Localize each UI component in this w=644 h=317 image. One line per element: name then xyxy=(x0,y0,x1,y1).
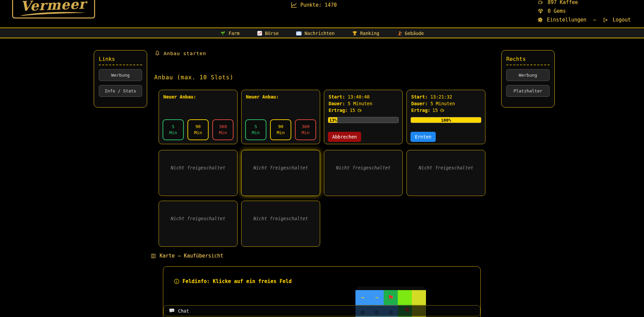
info-stats-button[interactable]: Info / Stats xyxy=(99,85,142,97)
nav-item-farm[interactable]: Farm xyxy=(220,31,240,36)
duration-unit: Min xyxy=(246,130,266,136)
anbau-notice-text: Anbau starten xyxy=(164,51,206,56)
locked-slot-card: Nicht freigeschaltet xyxy=(159,150,238,196)
locked-slot-card: Nicht freigeschaltet xyxy=(324,150,403,196)
duration-unit: Min xyxy=(163,130,183,136)
duration-value: 90 xyxy=(271,124,291,130)
map-tile-flag[interactable]: ⚑ xyxy=(384,290,398,305)
coffee-value: 897 Kaffee xyxy=(548,0,578,5)
gear-icon[interactable] xyxy=(538,17,543,23)
progress-bar: 13% xyxy=(328,117,399,123)
duration-5min-button[interactable]: 5 Min xyxy=(245,119,266,140)
duration-label: Dauer: xyxy=(329,101,345,106)
envelope-icon xyxy=(296,31,302,36)
new-slot-title: Neuer Anbau: xyxy=(163,94,196,100)
info-icon xyxy=(174,279,179,284)
field-info-text: Feldinfo: Klicke auf ein freies Feld xyxy=(182,278,292,284)
logout-link[interactable]: Logout xyxy=(612,17,631,23)
nav-label: Börse xyxy=(265,31,279,36)
chat-bubble-icon xyxy=(169,308,175,314)
nav-label: Nachrichten xyxy=(304,31,334,36)
progress-bar: 100% xyxy=(411,117,481,123)
construction-icon xyxy=(397,31,402,36)
yield-value: 15 xyxy=(350,107,355,114)
nav-item-ranking[interactable]: Ranking xyxy=(352,31,379,36)
duration-360min-button[interactable]: 360 Min xyxy=(295,119,316,140)
coffee-icon xyxy=(538,0,544,5)
new-slot-title: Neuer Anbau: xyxy=(246,94,279,100)
logout-icon[interactable] xyxy=(603,17,608,23)
duration-90min-button[interactable]: 90 Min xyxy=(187,119,209,140)
duration-value: 360 xyxy=(296,124,315,130)
main-nav: Farm Börse Nachrichten Ranking Gebäu xyxy=(0,29,644,38)
platzhalter-button[interactable]: Platzhalter xyxy=(506,85,550,97)
map-icon xyxy=(151,253,156,259)
start-label: Start: xyxy=(329,94,345,100)
duration-value: 360 xyxy=(213,124,233,130)
coffee-icon xyxy=(357,108,362,113)
duration-value: 90 xyxy=(188,124,208,130)
werbung-button-left[interactable]: Werbung xyxy=(99,69,142,81)
duration-label: Dauer: xyxy=(411,101,428,106)
active-slot-card: Start: 13:21:32 Dauer: 5 Minuten Ertrag:… xyxy=(406,90,485,144)
duration-unit: Min xyxy=(271,130,291,136)
sidebar-right: Rechts Werbung Platzhalter xyxy=(501,50,555,108)
duration-5min-button[interactable]: 5 Min xyxy=(163,119,184,140)
field-info: Feldinfo: Klicke auf ein freies Feld xyxy=(174,278,292,284)
line-chart-icon xyxy=(291,2,297,8)
duration-unit: Min xyxy=(296,130,315,136)
new-slot-card: Neuer Anbau: 5 Min 90 Min 360 Min xyxy=(159,90,238,144)
coffee-stat: 897 Kaffee xyxy=(538,0,631,7)
nav-item-boerse[interactable]: Börse xyxy=(257,31,279,36)
header: Vermeer Punkte: 1470 897 Kaffee 0 Gems xyxy=(0,0,644,28)
locked-slot-card: Nicht freigeschaltet xyxy=(406,150,485,196)
nav-item-nachrichten[interactable]: Nachrichten xyxy=(296,31,334,36)
abbrechen-button[interactable]: Abbrechen xyxy=(328,132,361,142)
account-links: Einstellungen — Logout xyxy=(538,15,631,24)
account-panel: 897 Kaffee 0 Gems Einstellungen — Logout xyxy=(538,0,631,24)
sidebar-left-title: Links xyxy=(99,56,142,62)
werbung-button-right[interactable]: Werbung xyxy=(506,69,550,81)
slot-info: Start: 13:21:32 Dauer: 5 Minuten Ertrag:… xyxy=(411,93,455,114)
separator: — xyxy=(593,17,596,23)
progress-label: 100% xyxy=(411,118,481,123)
duration-360min-button[interactable]: 360 Min xyxy=(212,119,233,140)
gems-stat: 0 Gems xyxy=(538,7,631,15)
logo-swoosh xyxy=(19,11,90,16)
yield-label: Ertrag: xyxy=(411,107,430,114)
divider xyxy=(506,65,550,65)
seedling-icon xyxy=(220,31,226,36)
active-slot-card: Start: 13:40:40 Dauer: 5 Minuten Ertrag:… xyxy=(324,90,403,144)
map-tile-grass-yellow[interactable] xyxy=(412,290,426,305)
duration-value: 5 Minuten xyxy=(348,101,372,106)
nav-item-gebaeude[interactable]: Gebäude xyxy=(397,31,424,36)
map-tile-water[interactable]: ~ xyxy=(355,290,370,305)
logo[interactable]: Vermeer xyxy=(12,0,95,18)
start-label: Start: xyxy=(411,94,428,100)
duration-90min-button[interactable]: 90 Min xyxy=(270,119,291,140)
chat-bar[interactable]: Chat xyxy=(163,305,480,316)
new-slot-card: Neuer Anbau: 5 Min 90 Min 360 Min xyxy=(241,90,320,144)
bell-icon xyxy=(155,50,160,56)
map-section-title: Karte – Kaufübersicht xyxy=(160,253,223,259)
anbau-notice: Anbau starten xyxy=(155,50,206,56)
duration-options: 5 Min 90 Min 360 Min xyxy=(245,119,316,140)
slot-info: Start: 13:40:40 Dauer: 5 Minuten Ertrag:… xyxy=(329,93,372,114)
locked-slot-card: Nicht freigeschaltet xyxy=(241,201,320,247)
chat-label: Chat xyxy=(178,308,189,314)
duration-unit: Min xyxy=(188,130,208,136)
trophy-icon xyxy=(352,31,357,36)
chart-up-icon xyxy=(257,31,262,36)
ernten-button[interactable]: Ernten xyxy=(411,132,436,142)
divider xyxy=(99,65,142,65)
points-label: Punkte: xyxy=(300,2,321,8)
settings-link[interactable]: Einstellungen xyxy=(547,17,586,23)
map-tile-grass-bright[interactable] xyxy=(398,290,412,305)
duration-value: 5 xyxy=(163,124,183,130)
duration-unit: Min xyxy=(213,130,233,136)
nav-label: Gebäude xyxy=(405,31,424,36)
yield-value: 15 xyxy=(432,107,438,114)
locked-slot-card: Nicht freigeschaltet xyxy=(159,201,238,247)
nav-label: Ranking xyxy=(360,31,379,36)
map-tile-water[interactable]: ~ xyxy=(370,290,384,305)
